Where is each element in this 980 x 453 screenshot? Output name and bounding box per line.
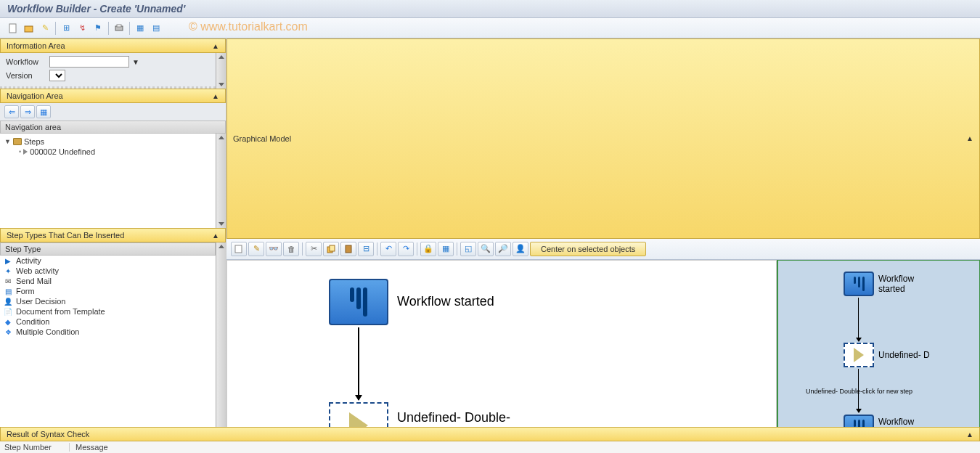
step-type-item[interactable]: 👤User Decision <box>0 296 216 306</box>
collapse-icon[interactable]: ▲ <box>966 430 973 438</box>
step-type-item[interactable]: ✦Web activity <box>0 266 216 276</box>
expand-icon[interactable]: ▼ <box>4 138 11 145</box>
tree-item-undefined[interactable]: • 000002 Undefined <box>4 147 211 157</box>
collapse-icon[interactable]: ▲ <box>966 134 973 142</box>
step-type-label: User Decision <box>16 297 65 306</box>
step-type-icon: 👤 <box>3 297 13 306</box>
redo-button[interactable]: ↷ <box>398 242 414 256</box>
right-area: Graphical Model ▲ ✎ 👓 🗑 ✂ ⊟ ↶ ↷ 🔒 ▦ ◱ 🔍 … <box>226 38 980 453</box>
fit-button[interactable]: ◱ <box>460 242 476 256</box>
nav-area-header[interactable]: Navigation Area ▲ <box>0 89 226 103</box>
step-type-label: Multiple Condition <box>16 327 79 336</box>
step-type-icon: ❖ <box>3 327 13 336</box>
zoom-out-button[interactable]: 🔎 <box>495 242 511 256</box>
flow-arrow <box>358 327 359 400</box>
copy-button[interactable] <box>323 242 339 256</box>
step-types-title: Step Types That Can Be Inserted <box>7 231 124 240</box>
back-button[interactable]: ⇐ <box>4 105 19 118</box>
open-icon[interactable] <box>22 21 36 36</box>
mini-node-start[interactable]: Workflow started <box>844 272 936 296</box>
mini-node-undefined[interactable]: Undefined- D <box>844 343 930 367</box>
svg-rect-3 <box>117 25 121 27</box>
step-type-icon: ◆ <box>3 317 13 326</box>
tree-root-label: Steps <box>24 137 44 146</box>
minimap[interactable]: Workflow started Undefined- D Undefined-… <box>777 260 980 454</box>
node-workflow-started[interactable]: Workflow started <box>329 279 494 325</box>
undo-button[interactable]: ↶ <box>380 242 396 256</box>
flow-arrow <box>858 298 859 341</box>
lock-button[interactable]: 🔒 <box>420 242 436 256</box>
nav-scrollbar[interactable] <box>216 134 226 228</box>
step-type-label: Document from Template <box>16 307 105 316</box>
step-type-item[interactable]: ❖Multiple Condition <box>0 327 216 337</box>
step-type-item[interactable]: ▤Form <box>0 286 216 296</box>
tree-icon[interactable]: ⊞ <box>59 21 73 36</box>
delete-button[interactable]: 🗑 <box>283 242 299 256</box>
cut-button[interactable]: ✂ <box>306 242 322 256</box>
syntax-title: Result of Syntax Check <box>7 430 89 438</box>
new-icon[interactable] <box>6 21 20 36</box>
center-button[interactable]: Center on selected objects <box>530 242 646 256</box>
grid-icon[interactable]: ▦ <box>133 21 147 36</box>
tree-root-steps[interactable]: ▼ Steps <box>4 136 211 147</box>
hierarchy-button[interactable]: ⊟ <box>358 242 374 256</box>
collapse-icon[interactable]: ▲ <box>212 42 219 50</box>
step-type-icon: 📄 <box>3 307 13 316</box>
col-step-number: Step Number <box>4 443 70 452</box>
info-scrollbar[interactable] <box>216 53 226 89</box>
step-type-icon: ✦ <box>3 266 13 275</box>
graphical-model-header[interactable]: Graphical Model ▲ <box>226 38 980 239</box>
svg-rect-6 <box>330 245 335 251</box>
info-area-title: Information Area <box>7 41 65 50</box>
col-message: Message <box>70 443 108 452</box>
collapse-icon[interactable]: ▲ <box>212 232 219 240</box>
glasses-button[interactable]: 👓 <box>266 242 282 256</box>
dropdown-icon[interactable]: ▼ <box>132 58 139 66</box>
steps-scrollbar[interactable] <box>216 242 226 453</box>
zoom-in-button[interactable]: 🔍 <box>478 242 494 256</box>
step-type-item[interactable]: ▶Activity <box>0 256 216 266</box>
bullet-icon: • <box>19 148 21 155</box>
node-label: Workflow started <box>397 294 494 309</box>
step-type-icon: ▤ <box>3 287 13 295</box>
wand-icon[interactable]: ✎ <box>38 21 52 36</box>
main-toolbar: ✎ ⊞ ↯ ⚑ ▦ ▤ © www.tutorialkart.com <box>0 18 980 38</box>
step-icon <box>23 149 28 155</box>
check-icon[interactable]: ↯ <box>75 21 89 36</box>
workflow-label: Workflow <box>6 57 49 66</box>
undefined-icon <box>844 343 874 367</box>
new-button[interactable] <box>231 242 247 256</box>
folder-icon <box>13 138 22 145</box>
activate-icon[interactable]: ⚑ <box>91 21 105 36</box>
step-types-header[interactable]: Step Types That Can Be Inserted ▲ <box>0 228 226 242</box>
info-area-header[interactable]: Information Area ▲ <box>0 38 226 53</box>
workflow-canvas[interactable]: Workflow started Undefined- Double-click… <box>226 260 777 454</box>
syntax-check-header[interactable]: Result of Syntax Check ▲ <box>0 427 980 441</box>
forward-button[interactable]: ⇒ <box>20 105 35 118</box>
window-title: Workflow Builder - Create 'Unnamed' <box>0 0 980 18</box>
step-type-item[interactable]: 📄Document from Template <box>0 306 216 317</box>
svg-rect-1 <box>25 26 33 32</box>
list-icon[interactable]: ▤ <box>149 21 163 36</box>
graphical-toolbar: ✎ 👓 🗑 ✂ ⊟ ↶ ↷ 🔒 ▦ ◱ 🔍 🔎 👤 Center on sele… <box>226 239 980 260</box>
step-type-item[interactable]: ✉Send Mail <box>0 276 216 286</box>
info-area-body: Workflow ▼ Version <box>0 53 216 89</box>
paste-button[interactable] <box>340 242 356 256</box>
version-select[interactable] <box>49 70 65 81</box>
step-type-icon: ✉ <box>3 277 13 285</box>
step-type-item[interactable]: ◆Condition <box>0 317 216 327</box>
workflow-input[interactable] <box>49 56 129 68</box>
nav-area-title: Navigation Area <box>7 91 63 100</box>
watermark: © www.tutorialkart.com <box>189 20 308 33</box>
node-label: Workflow started <box>878 274 936 294</box>
palette-button[interactable]: ▦ <box>438 242 454 256</box>
step-type-label: Form <box>16 287 35 295</box>
svg-rect-4 <box>235 245 242 253</box>
user-button[interactable]: 👤 <box>513 242 528 256</box>
step-type-icon: ▶ <box>3 256 13 265</box>
print-icon[interactable] <box>112 21 126 36</box>
edit-button[interactable]: ✎ <box>248 242 264 256</box>
layout-button[interactable]: ▦ <box>36 105 51 118</box>
start-icon <box>844 272 874 296</box>
collapse-icon[interactable]: ▲ <box>212 92 219 100</box>
